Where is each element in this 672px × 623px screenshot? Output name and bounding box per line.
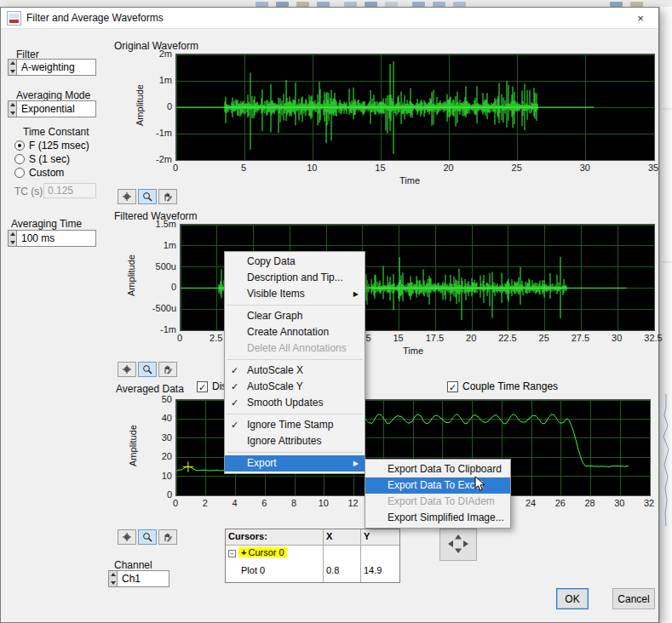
graph2-toolbar bbox=[118, 362, 177, 377]
menu-item-label: AutoScale Y bbox=[247, 380, 303, 392]
menu-item-create-annotation[interactable]: Create Annotation bbox=[225, 324, 365, 340]
radio-dot[interactable] bbox=[14, 154, 25, 164]
averaging-time-label: Averaging Time bbox=[11, 218, 82, 230]
filter-dropdown[interactable]: A-weighting bbox=[8, 59, 96, 76]
graph2-ylabel: Amplitude bbox=[126, 246, 137, 306]
menu-item-description-and-tip[interactable]: Description and Tip... bbox=[225, 270, 365, 286]
tree-collapse-icon[interactable]: − bbox=[228, 550, 236, 557]
display-checkbox-box[interactable]: ✓ bbox=[197, 381, 208, 392]
x-axis-tick-label: 17.5 bbox=[416, 333, 452, 343]
cursor-move-pad-button[interactable] bbox=[439, 529, 477, 561]
x-axis-tick-label: 25 bbox=[499, 163, 535, 173]
x-axis-tick-label: 25 bbox=[526, 333, 562, 343]
filter-value[interactable]: A-weighting bbox=[17, 59, 96, 76]
x-axis-tick-label: 30 bbox=[567, 163, 603, 173]
background-waveform-fragment bbox=[660, 7, 672, 623]
couple-time-ranges-checkbox[interactable]: ✓ Couple Time Ranges bbox=[447, 380, 558, 392]
pan-tool-icon[interactable] bbox=[158, 529, 177, 545]
plot-name: Plot 0 bbox=[226, 563, 324, 582]
tc-field: 0.125 bbox=[43, 183, 96, 198]
x-axis-tick-label: 0 bbox=[162, 333, 198, 343]
zoom-tool-icon[interactable] bbox=[138, 362, 157, 377]
dialog-title: Filter and Average Waveforms bbox=[26, 12, 164, 24]
cursor-tool-icon[interactable] bbox=[118, 529, 136, 545]
radio-s-1-sec[interactable]: S (1 sec) bbox=[14, 152, 70, 165]
couple-checkbox-label: Couple Time Ranges bbox=[462, 380, 558, 392]
menu-item-label: Smooth Updates bbox=[247, 397, 323, 409]
menu-item-autoscale-y[interactable]: ✓AutoScale Y bbox=[225, 379, 365, 395]
menu-item-ignore-attributes[interactable]: Ignore Attributes bbox=[225, 433, 365, 449]
cancel-button[interactable]: Cancel bbox=[612, 588, 655, 609]
x-axis-tick-label: 20 bbox=[431, 163, 467, 173]
cursor-name-highlight[interactable]: +Cursor 0 bbox=[238, 547, 287, 557]
averaged-data-title: Averaged Data bbox=[116, 383, 184, 395]
averaging-time-spinner[interactable] bbox=[8, 230, 17, 247]
menu-item-export-data-to-excel[interactable]: Export Data To Excel bbox=[365, 477, 510, 494]
plot-row[interactable]: Plot 0 0.8 14.9 bbox=[226, 563, 399, 582]
checkmark-icon: ✓ bbox=[231, 395, 238, 411]
original-waveform-plot[interactable] bbox=[175, 54, 655, 161]
menu-separator bbox=[227, 452, 363, 453]
time-constant-label: Time Constant bbox=[23, 126, 89, 138]
filter-spinner[interactable] bbox=[8, 59, 17, 76]
checkmark-icon: ✓ bbox=[231, 363, 238, 379]
background-toolbar-strip bbox=[0, 0, 672, 7]
menu-item-label: Export Simplified Image... bbox=[388, 512, 504, 523]
menu-item-smooth-updates[interactable]: ✓Smooth Updates bbox=[225, 395, 365, 411]
menu-item-export-simplified-image[interactable]: Export Simplified Image... bbox=[365, 510, 510, 526]
pan-tool-icon[interactable] bbox=[158, 362, 177, 377]
dialog-titlebar[interactable]: Filter and Average Waveforms × bbox=[1, 8, 658, 29]
zoom-tool-icon[interactable] bbox=[138, 529, 157, 545]
filter-and-average-waveforms-dialog: Filter and Average Waveforms × Filter A-… bbox=[0, 7, 659, 623]
cursor-row[interactable]: −+Cursor 0 bbox=[226, 546, 399, 563]
graph1-xlabel: Time bbox=[399, 175, 420, 186]
averaging-mode-spinner[interactable] bbox=[8, 100, 17, 117]
cursor-tool-icon[interactable] bbox=[118, 362, 136, 377]
y-axis-tick-label: -1m bbox=[136, 128, 172, 138]
couple-checkbox-box[interactable]: ✓ bbox=[447, 381, 458, 392]
averaging-time-value[interactable]: 100 ms bbox=[17, 230, 96, 247]
radio-f-125-msec[interactable]: F (125 msec) bbox=[14, 139, 89, 151]
export-submenu: Export Data To ClipboardExport Data To E… bbox=[365, 459, 511, 529]
close-icon[interactable]: × bbox=[623, 8, 658, 29]
averaging-mode-value[interactable]: Exponential bbox=[17, 100, 96, 117]
x-axis-tick-label: 20 bbox=[453, 333, 489, 343]
menu-item-label: Export Data To DIAdem bbox=[388, 495, 495, 507]
graph2-xlabel: Time bbox=[403, 346, 423, 356]
x-axis-tick-label: 30 bbox=[599, 333, 635, 343]
radio-label: Custom bbox=[29, 167, 64, 179]
radio-custom[interactable]: Custom bbox=[14, 166, 64, 179]
y-axis-tick-label: 1.5m bbox=[141, 219, 176, 229]
cursor-x-value: 0.8 bbox=[324, 563, 361, 582]
averaging-time-dropdown[interactable]: 100 ms bbox=[8, 230, 96, 247]
menu-item-label: Clear Graph bbox=[247, 310, 302, 322]
cursor-tool-icon[interactable] bbox=[118, 189, 136, 204]
averaging-mode-dropdown[interactable]: Exponential bbox=[8, 100, 96, 117]
cursor-legend: Cursors: X Y −+Cursor 0 Plot 0 0.8 14.9 bbox=[225, 529, 400, 583]
graph3-ylabel: Amplitude bbox=[128, 416, 139, 476]
menu-item-ignore-time-stamp[interactable]: ✓Ignore Time Stamp bbox=[225, 417, 365, 433]
x-axis-tick-label: 10 bbox=[294, 163, 330, 173]
menu-item-autoscale-x[interactable]: ✓AutoScale X bbox=[225, 363, 365, 379]
y-axis-tick-label: 10 bbox=[136, 471, 172, 481]
zoom-tool-icon[interactable] bbox=[138, 189, 157, 204]
menu-item-export-data-to-clipboard[interactable]: Export Data To Clipboard bbox=[365, 461, 510, 477]
graph1-toolbar bbox=[118, 189, 177, 204]
menu-item-export[interactable]: Export▶ bbox=[225, 455, 365, 472]
ok-button[interactable]: OK bbox=[556, 588, 589, 609]
pan-tool-icon[interactable] bbox=[158, 189, 177, 204]
radio-dot[interactable] bbox=[14, 140, 25, 151]
y-axis-tick-label: 50 bbox=[136, 394, 172, 404]
menu-item-label: Export Data To Excel bbox=[388, 479, 483, 491]
channel-dropdown[interactable]: Ch1 bbox=[108, 570, 169, 587]
menu-item-clear-graph[interactable]: Clear Graph bbox=[225, 308, 365, 324]
channel-value[interactable]: Ch1 bbox=[118, 570, 169, 587]
menu-item-label: Ignore Time Stamp bbox=[247, 419, 333, 431]
channel-spinner[interactable] bbox=[108, 570, 118, 587]
menu-item-visible-items[interactable]: Visible Items▶ bbox=[225, 286, 365, 302]
y-axis-tick-label: 500u bbox=[141, 261, 176, 271]
menu-item-copy-data[interactable]: Copy Data bbox=[225, 254, 365, 270]
cursor-crosshair-icon: + bbox=[241, 547, 246, 557]
diamond-nav-icon bbox=[446, 534, 470, 554]
radio-dot[interactable] bbox=[14, 168, 25, 178]
